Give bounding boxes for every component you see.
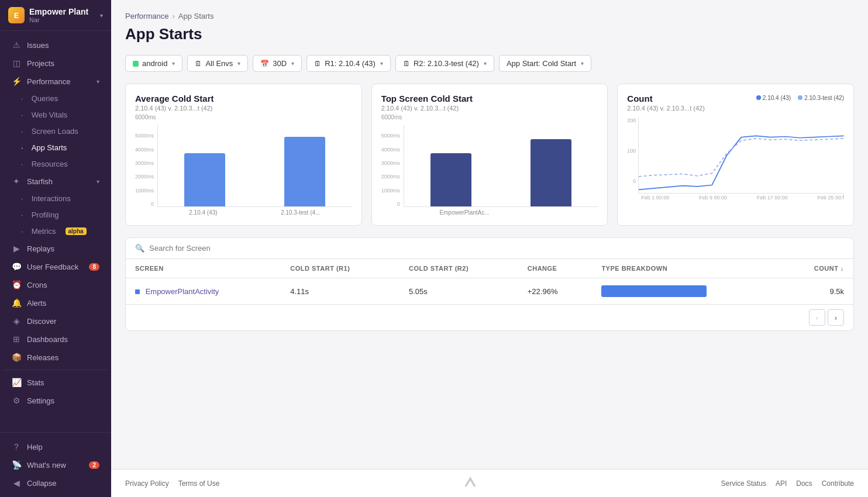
app-start-chevron-icon: ▾ xyxy=(581,60,584,67)
sidebar-footer: ? Help 📡 What's new 2 ◀ Collapse xyxy=(0,432,111,497)
sidebar-item-projects[interactable]: ◫ Projects xyxy=(4,54,108,72)
sidebar-item-queries[interactable]: Queries xyxy=(4,91,108,106)
prev-page-button[interactable]: ‹ xyxy=(809,309,825,326)
cell-change: +22.96% xyxy=(518,278,593,305)
profiling-label: Profiling xyxy=(32,210,59,219)
count-subtitle: 2.10.4 (43) v. 2.10.3...t (42) xyxy=(627,105,704,112)
sidebar-item-web-vitals[interactable]: Web Vitals xyxy=(4,107,108,123)
col-screen: SCREEN xyxy=(126,259,281,278)
breadcrumb-parent[interactable]: Performance xyxy=(125,12,168,20)
x-label-3: Feb 17 00:00 xyxy=(757,195,788,201)
count-chart-container: 200 100 0 xyxy=(627,118,844,201)
org-info: Empower Plant Nar xyxy=(29,7,95,23)
top-screen-bars xyxy=(404,125,598,207)
sidebar-item-resources[interactable]: Resources xyxy=(4,156,108,172)
sidebar-item-crons[interactable]: ⏰ Crons xyxy=(4,276,108,294)
sidebar-item-stats[interactable]: 📈 Stats xyxy=(4,374,108,391)
platform-filter[interactable]: android ▾ xyxy=(125,55,182,72)
sidebar-item-replays[interactable]: ▶ Replays xyxy=(4,240,108,257)
count-legend-r2: 2.10.3-test (42) xyxy=(798,95,844,101)
table-header-row: SCREEN COLD START (R1) COLD START (R2) C… xyxy=(126,259,853,278)
bar-ts-r2 xyxy=(510,139,593,206)
x-label-2: Feb 9 00:00 xyxy=(699,195,727,201)
privacy-link[interactable]: Privacy Policy xyxy=(125,479,169,488)
resources-label: Resources xyxy=(32,160,68,168)
bar-r1 xyxy=(164,153,246,206)
sidebar-item-app-starts[interactable]: App Starts xyxy=(4,140,108,156)
performance-icon: ⚡ xyxy=(12,77,21,86)
y-axis-labels-2: 5000ms 4000ms 3000ms 2000ms 1000ms 0 xyxy=(381,125,400,207)
env-filter[interactable]: 🗓 All Envs ▾ xyxy=(187,55,248,72)
top-screen-y-label: 6000ms xyxy=(381,114,598,120)
count-legend-r1: 2.10.4 (43) xyxy=(756,95,791,101)
r2-filter[interactable]: 🗓 R2: 2.10.3-test (42) ▾ xyxy=(395,55,494,72)
top-screen-title: Top Screen Cold Start xyxy=(381,94,598,103)
footer-logo xyxy=(463,475,477,491)
org-chevron-icon: ▾ xyxy=(100,12,103,19)
starfish-icon: ✦ xyxy=(12,177,21,186)
footer-right: Service Status API Docs Contribute xyxy=(721,479,854,488)
collapse-label: Collapse xyxy=(27,479,57,488)
stats-icon: 📈 xyxy=(12,378,21,387)
bar-ts-r1-fill xyxy=(430,153,471,206)
r2-chevron-icon: ▾ xyxy=(484,60,487,67)
top-screen-card: Top Screen Cold Start 2.10.4 (43) v. 2.1… xyxy=(371,84,608,226)
breadcrumb-separator: › xyxy=(172,12,174,20)
docs-link[interactable]: Docs xyxy=(796,479,812,488)
charts-row: Average Cold Start 2.10.4 (43) v. 2.10.3… xyxy=(125,84,854,226)
terms-link[interactable]: Terms of Use xyxy=(178,479,220,488)
sidebar-item-issues[interactable]: ⚠ Issues xyxy=(4,36,108,54)
platform-label: android xyxy=(142,59,167,68)
sidebar-item-metrics[interactable]: Metrics alpha xyxy=(4,223,108,239)
cell-count: 9.5k xyxy=(780,278,853,305)
r1-filter[interactable]: 🗓 R1: 2.10.4 (43) ▾ xyxy=(306,55,391,72)
bar-r1-fill xyxy=(184,153,225,206)
col-change: CHANGE xyxy=(518,259,593,278)
sidebar-item-label: Crons xyxy=(27,281,47,289)
sidebar-item-label: Starfish xyxy=(27,177,53,186)
api-link[interactable]: API xyxy=(776,479,787,488)
top-screen-chart: 5000ms 4000ms 3000ms 2000ms 1000ms 0 xyxy=(381,125,598,216)
sidebar-item-starfish[interactable]: ✦ Starfish ▾ xyxy=(4,172,108,190)
dashboards-icon: ⊞ xyxy=(12,334,21,344)
sidebar-item-releases[interactable]: 📦 Releases xyxy=(4,348,108,366)
legend-dot-r2 xyxy=(798,95,802,100)
period-filter[interactable]: 📅 30D ▾ xyxy=(253,55,302,72)
sidebar-item-help[interactable]: ? Help xyxy=(4,438,108,455)
r2-icon: 🗓 xyxy=(403,60,410,68)
sidebar-item-user-feedback[interactable]: 💬 User Feedback 8 xyxy=(4,258,108,275)
r1-chevron-icon: ▾ xyxy=(380,60,383,67)
next-page-button[interactable]: › xyxy=(828,309,844,326)
sidebar-item-dashboards[interactable]: ⊞ Dashboards xyxy=(4,330,108,348)
org-logo: E xyxy=(8,7,25,23)
sidebar-item-alerts[interactable]: 🔔 Alerts xyxy=(4,294,108,312)
projects-icon: ◫ xyxy=(12,58,21,68)
sidebar-header[interactable]: E Empower Plant Nar ▾ xyxy=(0,0,111,31)
sidebar-item-interactions[interactable]: Interactions xyxy=(4,191,108,206)
org-name: Empower Plant xyxy=(29,7,95,16)
legend-dot-r1 xyxy=(756,95,761,100)
whats-new-icon: 📡 xyxy=(12,460,21,470)
bar-label-r2: 2.10.3-test (4... xyxy=(281,209,320,216)
top-screen-x-labels: EmpowerPlantAc... xyxy=(404,209,598,216)
sidebar-item-label: Settings xyxy=(27,396,54,405)
app-start-filter[interactable]: App Start: Cold Start ▾ xyxy=(499,55,591,72)
sidebar-item-settings[interactable]: ⚙ Settings xyxy=(4,392,108,409)
breadcrumb: Performance › App Starts xyxy=(125,12,854,20)
cell-screen: EmpowerPlantActivity xyxy=(126,278,281,305)
search-input[interactable] xyxy=(149,244,844,253)
sidebar-item-profiling[interactable]: Profiling xyxy=(4,207,108,223)
service-status-link[interactable]: Service Status xyxy=(721,479,766,488)
sidebar-item-whats-new[interactable]: 📡 What's new 2 xyxy=(4,456,108,474)
screen-link[interactable]: EmpowerPlantActivity xyxy=(146,287,219,296)
sidebar-item-collapse[interactable]: ◀ Collapse xyxy=(4,474,108,492)
sidebar-item-performance[interactable]: ⚡ Performance ▾ xyxy=(4,73,108,90)
whats-new-label: What's new xyxy=(27,461,66,470)
contribute-link[interactable]: Contribute xyxy=(822,479,854,488)
sidebar-item-label: Stats xyxy=(27,378,44,387)
breadcrumb-current: App Starts xyxy=(178,12,214,20)
sidebar-item-screen-loads[interactable]: Screen Loads xyxy=(4,123,108,139)
sidebar-nav: ⚠ Issues ◫ Projects ⚡ Performance ▾ Quer… xyxy=(0,31,111,432)
sidebar-item-discover[interactable]: ◈ Discover xyxy=(4,312,108,330)
bar-x-labels: 2.10.4 (43) 2.10.3-test (4... xyxy=(157,209,352,216)
